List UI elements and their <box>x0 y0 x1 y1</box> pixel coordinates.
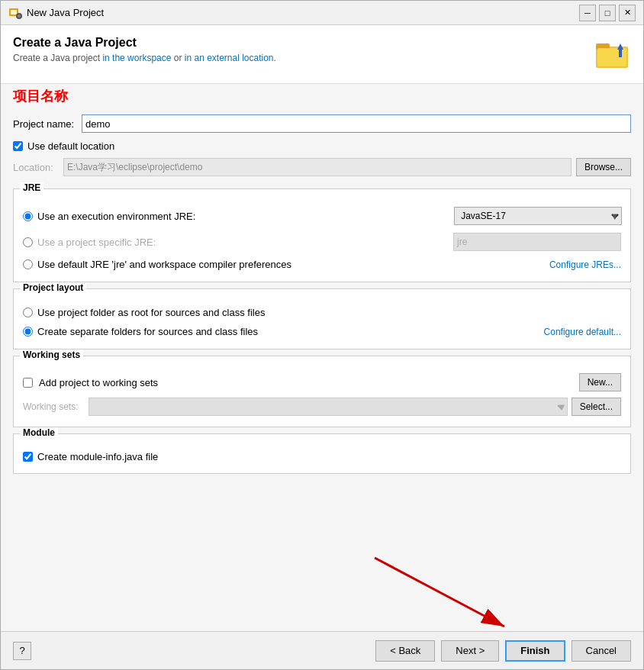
svg-rect-6 <box>597 48 626 66</box>
working-sets-input-row: Working sets: ▼ Select... <box>23 395 621 419</box>
location-label: Location: <box>13 162 59 173</box>
title-bar-controls: ─ □ ✕ <box>579 5 636 21</box>
content-spacer <box>13 480 631 526</box>
working-sets-checkbox-row: Add project to working sets New... <box>23 370 621 395</box>
annotation-label: 项目名称 <box>1 84 643 108</box>
dialog-header-subtitle: Create a Java project in the workspace o… <box>13 53 276 63</box>
jre-section: JRE Use an execution environment JRE: Ja… <box>13 188 631 282</box>
jre-radio2[interactable] <box>23 237 33 247</box>
configure-jres-link[interactable]: Configure JREs... <box>549 259 621 270</box>
dialog-header: Create a Java Project Create a Java proj… <box>1 25 643 84</box>
dialog-header-text: Create a Java Project Create a Java proj… <box>13 36 276 63</box>
jre-radio1-label: Use an execution environment JRE: <box>37 211 449 222</box>
svg-rect-8 <box>619 50 622 57</box>
project-name-input[interactable] <box>82 114 631 133</box>
new-working-set-button[interactable]: New... <box>579 373 621 391</box>
subtitle-part3: . <box>274 53 276 63</box>
svg-point-3 <box>18 14 21 18</box>
folder-icon <box>594 36 631 72</box>
title-bar: New Java Project ─ □ ✕ <box>1 1 643 25</box>
create-module-info-label: Create module-info.java file <box>37 451 158 462</box>
jre-radio3-row: Use default JRE 'jre' and workspace comp… <box>23 255 621 274</box>
select-working-set-button[interactable]: Select... <box>572 398 621 416</box>
project-layout-section: Project layout Use project folder as roo… <box>13 288 631 349</box>
jre-section-inner: Use an execution environment JRE: JavaSE… <box>23 203 621 274</box>
next-button[interactable]: Next > <box>441 640 499 662</box>
subtitle-link1[interactable]: in the workspace <box>102 53 171 63</box>
module-section-title: Module <box>20 427 58 438</box>
jre-radio3-label: Use default JRE 'jre' and workspace comp… <box>37 259 545 270</box>
working-sets-label: Working sets: <box>23 401 84 412</box>
project-name-row: Project name: <box>13 108 631 137</box>
svg-rect-1 <box>11 10 17 14</box>
jre-environment-select[interactable]: JavaSE-17 JavaSE-11 JavaSE-8 <box>454 207 622 225</box>
close-button[interactable]: ✕ <box>619 5 636 21</box>
subtitle-part1: Create a Java project <box>13 53 102 63</box>
jre-specific-select-disabled: jre <box>453 233 621 251</box>
layout-radio2-label: Create separate folders for sources and … <box>37 326 539 337</box>
minimize-button[interactable]: ─ <box>579 5 596 21</box>
working-sets-section-title: Working sets <box>20 349 83 360</box>
use-default-location-label: Use default location <box>27 140 114 152</box>
project-layout-inner: Use project folder as root for sources a… <box>23 303 621 341</box>
layout-radio2[interactable] <box>23 327 33 337</box>
title-bar-title: New Java Project <box>27 7 104 18</box>
dialog-footer: ? < Back Next > Finish Cancel <box>1 631 643 669</box>
jre-section-title: JRE <box>20 182 43 193</box>
add-to-working-sets-checkbox[interactable] <box>23 378 33 388</box>
finish-button[interactable]: Finish <box>505 640 565 662</box>
new-java-project-dialog: New Java Project ─ □ ✕ Create a Java Pro… <box>0 0 644 670</box>
layout-radio1[interactable] <box>23 308 33 317</box>
subtitle-part2: or <box>171 53 184 63</box>
location-input[interactable] <box>63 158 572 176</box>
restore-button[interactable]: □ <box>599 5 616 21</box>
project-layout-section-title: Project layout <box>20 282 86 293</box>
jre-radio1-row: Use an execution environment JRE: JavaSE… <box>23 203 621 229</box>
dialog-content: Project name: Use default location Locat… <box>1 108 643 631</box>
java-project-icon <box>8 6 22 20</box>
module-section: Module Create module-info.java file <box>13 433 631 474</box>
subtitle-link2[interactable]: in an external location <box>185 53 274 63</box>
layout-radio1-row: Use project folder as root for sources a… <box>23 303 621 322</box>
module-checkbox-row: Create module-info.java file <box>23 448 621 465</box>
working-sets-select[interactable] <box>89 398 568 416</box>
help-button[interactable]: ? <box>13 642 31 660</box>
configure-default-link[interactable]: Configure default... <box>544 327 621 337</box>
use-default-location-row: Use default location <box>13 137 631 155</box>
layout-radio2-row: Create separate folders for sources and … <box>23 322 621 341</box>
location-row: Location: Browse... <box>13 155 631 182</box>
add-to-working-sets-label: Add project to working sets <box>39 377 573 388</box>
back-button[interactable]: < Back <box>375 640 435 662</box>
project-name-label: Project name: <box>13 118 82 130</box>
browse-button[interactable]: Browse... <box>576 158 631 176</box>
jre-radio2-label: Use a project specific JRE: <box>37 237 449 248</box>
working-sets-section: Working sets Add project to working sets… <box>13 356 631 427</box>
working-sets-inner: Add project to working sets New... Worki… <box>23 370 621 419</box>
dialog-header-title: Create a Java Project <box>13 36 276 50</box>
jre-radio1[interactable] <box>23 211 33 221</box>
create-module-info-checkbox[interactable] <box>23 452 33 462</box>
layout-radio1-label: Use project folder as root for sources a… <box>37 307 621 318</box>
jre-radio3[interactable] <box>23 259 33 269</box>
jre-radio2-row: Use a project specific JRE: jre <box>23 229 621 255</box>
cancel-button[interactable]: Cancel <box>572 640 631 662</box>
use-default-location-checkbox[interactable] <box>13 141 23 151</box>
title-bar-left: New Java Project <box>8 6 104 20</box>
module-inner: Create module-info.java file <box>23 448 621 465</box>
